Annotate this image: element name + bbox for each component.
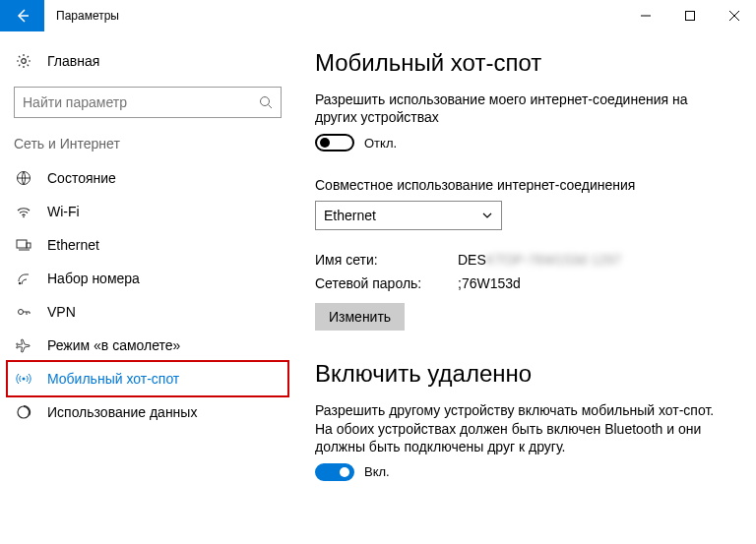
toggle-state-label: Откл. [364,136,397,151]
svg-point-7 [19,282,21,284]
share-from-label: Совместное использование интернет-соедин… [315,177,732,193]
network-name-label: Имя сети: [315,252,458,268]
window-title: Параметры [44,9,119,23]
maximize-button[interactable] [667,0,712,31]
nav-label: Ethernet [47,237,99,253]
home-nav[interactable]: Главная [8,45,287,77]
toggle-state-label: Вкл. [364,464,390,479]
nav-label: Набор номера [47,271,140,286]
svg-point-1 [22,59,27,64]
wifi-icon [14,204,33,219]
select-value: Ethernet [324,208,376,223]
remote-heading: Включить удаленно [315,360,732,388]
nav-item-ethernet[interactable]: Ethernet [8,228,287,262]
svg-point-4 [23,216,25,218]
network-pass-value: ;76W153d [458,275,521,291]
hotspot-toggle[interactable] [315,134,354,151]
nav-group-header: Сеть и Интернет [8,136,287,161]
vpn-icon [14,304,33,320]
nav-item-hotspot[interactable]: Мобильный хот-спот [6,360,289,397]
nav-item-vpn[interactable]: VPN [8,295,287,329]
arrow-left-icon [15,8,31,24]
svg-point-8 [19,310,24,315]
svg-rect-5 [17,240,27,248]
nav-item-datausage[interactable]: Использование данных [8,395,287,429]
data-usage-icon [14,404,33,420]
svg-point-2 [261,97,270,106]
nav-label: Мобильный хот-спот [47,371,179,387]
home-label: Главная [47,53,99,69]
svg-rect-6 [27,243,31,248]
gear-icon [14,53,33,69]
chevron-down-icon [481,210,493,221]
remote-description: Разрешить другому устройству включать мо… [315,401,732,455]
nav-label: Wi-Fi [47,204,80,219]
hotspot-icon [14,371,33,387]
content-pane: Мобильный хот-спот Разрешить использован… [295,31,756,544]
share-description: Разрешить использование моего интернет-с… [315,91,732,126]
nav-label: Использование данных [47,404,197,420]
globe-icon [14,170,33,186]
back-button[interactable] [0,0,44,31]
nav-item-dialup[interactable]: Набор номера [8,262,287,295]
search-field[interactable] [23,94,259,110]
ethernet-icon [14,237,33,253]
nav-item-airplane[interactable]: Режим «в самолете» [8,329,287,362]
share-from-select[interactable]: Ethernet [315,201,502,230]
nav-label: Режим «в самолете» [47,337,180,353]
minimize-button[interactable] [623,0,667,31]
network-name-value: DESKTOP-76W153d 1297 [458,252,621,268]
title-bar: Параметры [0,0,756,31]
nav-item-status[interactable]: Состояние [8,161,287,195]
nav-item-wifi[interactable]: Wi-Fi [8,195,287,228]
nav-label: VPN [47,304,76,320]
sidebar: Главная Сеть и Интернет Состояние Wi-Fi … [0,31,295,544]
edit-button[interactable]: Изменить [315,303,405,331]
nav-label: Состояние [47,170,116,186]
svg-rect-0 [685,12,694,21]
airplane-icon [14,337,33,353]
network-pass-label: Сетевой пароль: [315,275,458,291]
svg-point-9 [23,378,26,381]
close-button[interactable] [712,0,756,31]
dialup-icon [14,271,33,286]
remote-toggle[interactable] [315,463,354,481]
page-heading: Мобильный хот-спот [315,49,732,77]
search-icon [259,95,273,109]
search-input[interactable] [14,87,282,118]
